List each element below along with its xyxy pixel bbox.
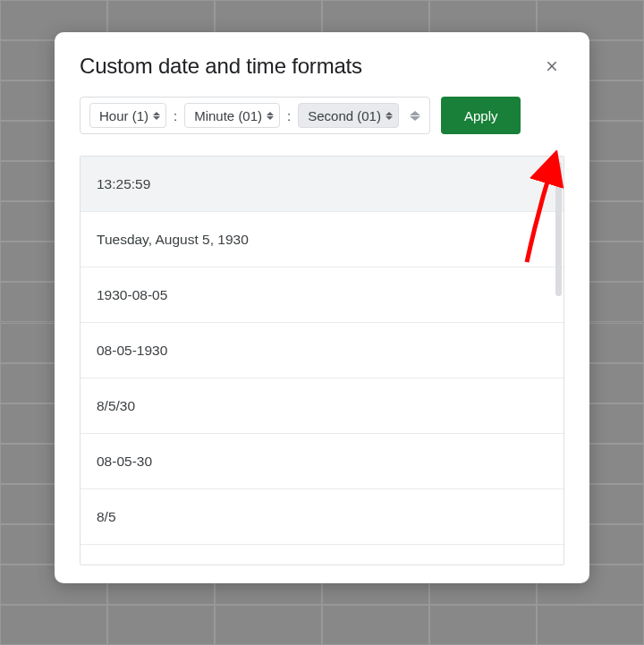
add-token-dropdown[interactable] (410, 111, 420, 121)
modal-header: Custom date and time formats (55, 54, 589, 97)
format-builder-row: Hour (1) : Minute (01) : Second (01) App… (55, 97, 589, 134)
format-example-text: 08-05 (97, 564, 132, 565)
custom-format-modal: Custom date and time formats Hour (1) : … (55, 32, 589, 583)
token-label: Minute (01) (194, 108, 262, 123)
format-list-item[interactable]: 08-05 (80, 545, 564, 564)
apply-button[interactable]: Apply (441, 97, 521, 134)
format-list-container: 13:25:59 Tuesday, August 5, 1930 1930-08… (80, 156, 564, 565)
modal-overlay: Custom date and time formats Hour (1) : … (0, 0, 644, 645)
format-example-text: 8/5 (97, 509, 116, 525)
format-list-item[interactable]: 1930-08-05 (80, 267, 564, 323)
format-list-item[interactable]: 08-05-30 (80, 434, 564, 489)
token-minute[interactable]: Minute (01) (184, 103, 280, 128)
updown-icon (386, 112, 393, 120)
token-second[interactable]: Second (01) (298, 103, 399, 128)
token-label: Hour (1) (99, 108, 148, 123)
format-list-item[interactable]: 08-05-1930 (80, 323, 564, 378)
token-label: Second (01) (308, 108, 381, 123)
format-example-text: 8/5/30 (97, 398, 135, 414)
format-example-text: Tuesday, August 5, 1930 (97, 232, 249, 248)
token-hour[interactable]: Hour (1) (89, 103, 166, 128)
updown-icon (153, 112, 160, 120)
scrollbar-thumb[interactable] (555, 162, 562, 296)
separator: : (172, 108, 179, 123)
close-button[interactable] (539, 54, 564, 79)
format-example-text: 13:25:59 (97, 176, 150, 192)
format-example-text: 08-05-1930 (97, 343, 167, 359)
format-list-item[interactable]: 13:25:59 (80, 157, 564, 212)
format-example-text: 1930-08-05 (97, 287, 167, 303)
format-input-container[interactable]: Hour (1) : Minute (01) : Second (01) (80, 97, 430, 134)
close-icon (545, 59, 559, 73)
updown-icon (267, 112, 274, 120)
format-list[interactable]: 13:25:59 Tuesday, August 5, 1930 1930-08… (80, 157, 564, 564)
format-example-text: 08-05-30 (97, 454, 152, 470)
format-list-item[interactable]: Tuesday, August 5, 1930 (80, 212, 564, 267)
modal-title: Custom date and time formats (80, 54, 362, 79)
format-list-item[interactable]: 8/5/30 (80, 378, 564, 434)
separator: : (285, 108, 292, 123)
format-list-item[interactable]: 8/5 (80, 489, 564, 545)
